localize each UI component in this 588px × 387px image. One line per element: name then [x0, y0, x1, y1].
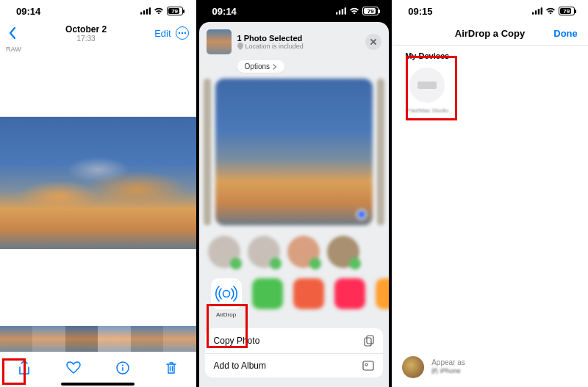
status-bar: 09:15 79	[392, 0, 588, 22]
album-icon	[362, 361, 374, 371]
share-app-2[interactable]	[252, 278, 283, 309]
highlight-airdrop	[207, 304, 248, 348]
favorite-button[interactable]	[65, 360, 82, 376]
wifi-icon	[154, 7, 164, 15]
info-icon	[116, 361, 129, 375]
share-app-5[interactable]	[376, 278, 390, 309]
cellular-signal-icon	[532, 7, 542, 15]
photo-view[interactable]	[0, 117, 196, 249]
close-button[interactable]	[365, 34, 381, 50]
share-sheet-thumbnail	[207, 29, 232, 54]
share-contact-4[interactable]	[327, 236, 359, 268]
status-time: 09:14	[16, 6, 40, 17]
location-pin-icon	[237, 43, 243, 50]
battery-indicator: 79	[167, 7, 183, 15]
status-indicators: 79	[336, 7, 379, 15]
share-sheet-header: 1 Photo Selected Location is included	[199, 22, 390, 57]
share-app-3[interactable]	[293, 278, 324, 309]
svg-rect-19	[532, 12, 534, 15]
share-sheet-subtitle: Location is included	[237, 43, 360, 50]
appear-as-value: 的 iPhone	[431, 366, 465, 376]
phone-screen-share-sheet: 09:14 79 1 Photo Selected Location is in…	[196, 0, 392, 387]
svg-rect-9	[122, 367, 123, 371]
share-app-4[interactable]	[334, 278, 365, 309]
preview-prev[interactable]	[204, 79, 211, 225]
preview-next[interactable]	[377, 79, 384, 225]
airdrop-icon	[215, 283, 237, 305]
selection-check-icon[interactable]	[356, 209, 367, 220]
svg-point-4	[178, 32, 179, 34]
photo-time: 17:33	[65, 35, 107, 43]
nav-bar: October 2 17:33 Edit	[0, 22, 196, 44]
share-contact-3[interactable]	[287, 236, 320, 268]
share-sheet: 1 Photo Selected Location is included Op…	[199, 22, 390, 387]
nav-right-actions: Edit	[154, 26, 188, 40]
share-preview-row	[199, 79, 390, 225]
highlight-device	[406, 56, 457, 120]
chevron-left-icon	[7, 26, 18, 40]
share-sheet-title: 1 Photo Selected	[237, 34, 360, 43]
options-button[interactable]: Options	[237, 60, 284, 73]
svg-rect-13	[345, 7, 346, 14]
photo-date: October 2	[65, 24, 107, 35]
cellular-signal-icon	[140, 7, 151, 15]
home-indicator[interactable]	[61, 383, 135, 386]
info-button[interactable]	[115, 360, 131, 376]
share-contact-1[interactable]	[208, 236, 240, 268]
preview-selected-photo[interactable]	[215, 79, 373, 225]
svg-rect-11	[339, 10, 340, 14]
svg-point-8	[122, 365, 123, 366]
cellular-signal-icon	[336, 7, 346, 15]
user-avatar	[402, 356, 424, 378]
status-indicators: 79	[140, 7, 183, 15]
svg-rect-16	[367, 336, 373, 344]
appear-as-label: Appear as	[431, 358, 465, 366]
svg-rect-2	[146, 9, 147, 15]
svg-rect-3	[148, 7, 150, 14]
heart-icon	[66, 361, 81, 375]
svg-point-14	[223, 291, 229, 297]
svg-rect-12	[342, 9, 343, 15]
wifi-icon	[349, 7, 359, 15]
highlight-share-button	[2, 358, 26, 385]
done-button[interactable]: Done	[553, 28, 578, 39]
back-button[interactable]	[7, 26, 18, 40]
appear-as-row[interactable]: Appear as 的 iPhone	[402, 356, 578, 378]
status-time: 09:14	[212, 6, 237, 17]
svg-point-5	[181, 32, 182, 34]
battery-indicator: 79	[559, 7, 575, 15]
wifi-icon	[545, 7, 556, 15]
raw-badge: RAW	[0, 44, 196, 54]
svg-rect-18	[365, 364, 368, 366]
more-button[interactable]	[176, 26, 189, 40]
contacts-row	[199, 225, 390, 272]
trash-icon	[165, 361, 177, 375]
battery-indicator: 79	[362, 7, 379, 15]
edit-button[interactable]: Edit	[154, 28, 171, 39]
photo-thumbnail-strip[interactable]	[0, 326, 196, 352]
svg-rect-15	[365, 338, 371, 346]
action-label: Add to Album	[214, 361, 266, 371]
photo-date-title: October 2 17:33	[65, 24, 107, 43]
bottom-toolbar	[0, 355, 196, 381]
svg-rect-17	[363, 361, 373, 370]
close-icon	[370, 38, 377, 46]
share-contact-2[interactable]	[248, 236, 280, 268]
status-time: 09:15	[408, 6, 432, 17]
status-bar: 09:14 79	[196, 0, 392, 22]
phone-screen-photos-detail: 09:14 79 October 2 17:33 Edit RAW	[0, 0, 196, 387]
action-add-to-album[interactable]: Add to Album	[205, 354, 384, 377]
status-bar: 09:14 79	[0, 0, 196, 22]
phone-screen-airdrop: 09:15 79 AirDrop a Copy Done My Devices …	[392, 0, 588, 387]
chevron-right-icon	[273, 64, 277, 70]
status-indicators: 79	[532, 7, 575, 15]
delete-button[interactable]	[163, 360, 179, 376]
ellipsis-icon	[178, 32, 187, 35]
copy-icon	[364, 335, 374, 347]
svg-rect-1	[143, 10, 144, 14]
svg-rect-21	[538, 9, 539, 15]
svg-rect-0	[140, 12, 142, 15]
svg-point-6	[184, 32, 185, 34]
page-title: AirDrop a Copy	[455, 28, 525, 39]
nav-bar: AirDrop a Copy Done	[392, 22, 588, 46]
